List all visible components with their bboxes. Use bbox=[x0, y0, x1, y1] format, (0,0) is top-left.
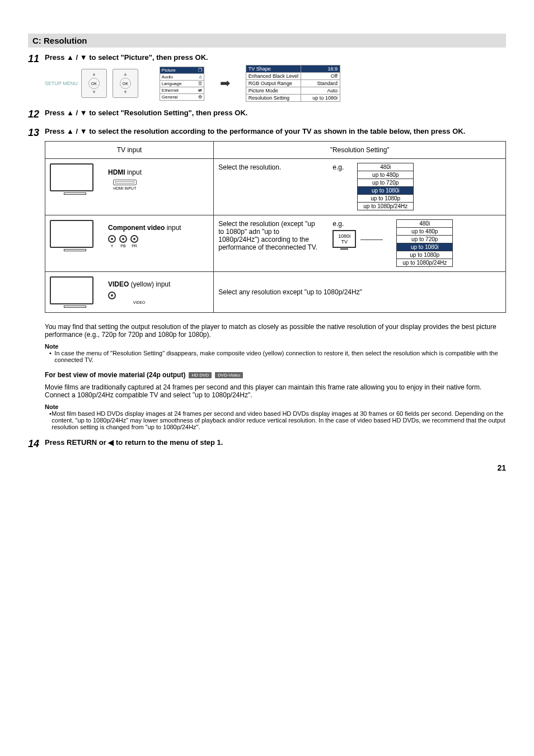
menu-item: General⚙ bbox=[160, 93, 204, 101]
step-13: 13 Press ▲ / ▼ to select the resolution … bbox=[28, 127, 506, 430]
step-title: Press ▲ / ▼ to select "Picture", then pr… bbox=[45, 53, 506, 62]
resolution-options: 480iup to 480pup to 720pup to 1080iup to… bbox=[357, 163, 414, 210]
menu-item: Picture❐ bbox=[160, 67, 204, 73]
resolution-option: 480i bbox=[357, 163, 414, 171]
video-port-icon bbox=[108, 292, 170, 299]
resolution-option: up to 480p bbox=[396, 227, 453, 236]
step-number: 13 bbox=[28, 127, 45, 430]
arrow-right-icon: ➡ bbox=[220, 76, 230, 91]
resolution-description: Select any resolution except "up to 1080… bbox=[218, 288, 501, 296]
step-number: 12 bbox=[28, 109, 45, 120]
text: to select "Picture", then press OK. bbox=[87, 53, 208, 62]
setup-menu-label: SETUP MENU bbox=[45, 81, 78, 86]
tv-icon bbox=[50, 163, 100, 195]
down-icon: ▼ bbox=[92, 90, 96, 95]
settings-row: TV Shape16:9 bbox=[246, 65, 340, 73]
up-icon: ▲ bbox=[123, 72, 128, 77]
resolution-option: up to 480p bbox=[357, 171, 414, 179]
port-labels: YPBPR bbox=[108, 244, 181, 248]
resolution-table: TV input "Resolution Setting" HDMI input bbox=[45, 141, 506, 313]
note-body: •Most film based HD DVDs display images … bbox=[49, 410, 506, 430]
menu-item: Ethernet⇄ bbox=[160, 87, 204, 93]
text: / bbox=[74, 53, 80, 62]
text: / bbox=[74, 127, 80, 135]
tv-icon bbox=[50, 276, 100, 308]
step-11: 11 Press ▲ / ▼ to select "Picture", then… bbox=[28, 53, 506, 102]
note-heading: Note bbox=[45, 343, 506, 350]
down-icon: ▼ bbox=[80, 53, 87, 62]
port-caption: HDMI INPUT bbox=[108, 186, 142, 190]
step-number: 14 bbox=[28, 438, 45, 450]
subheading: For best view of movie material (24p out… bbox=[45, 371, 506, 379]
settings-row: Enhanced Black LevelOff bbox=[246, 73, 340, 80]
up-icon: ▲ bbox=[67, 53, 74, 62]
ok-button-graphic: OK bbox=[88, 78, 100, 89]
input-label: VIDEO (yellow) input bbox=[108, 280, 170, 288]
resolution-option: 480i bbox=[396, 219, 453, 228]
resolution-option: up to 1080p bbox=[396, 251, 453, 259]
text: Press bbox=[45, 127, 67, 135]
step-title: Press RETURN or ◀ to return to the menu … bbox=[45, 438, 506, 447]
remote-dpad: ▲ OK ▼ bbox=[81, 69, 107, 98]
text: to select the resolution according to th… bbox=[87, 127, 466, 135]
picture-settings-table: TV Shape16:9Enhanced Black LevelOffRGB O… bbox=[246, 65, 340, 102]
text: Press bbox=[45, 109, 67, 117]
resolution-description: Select the resolution (except "up to 108… bbox=[218, 220, 319, 251]
eg-label: e.g. bbox=[332, 220, 383, 228]
resolution-option: up to 720p bbox=[396, 235, 453, 243]
text: / bbox=[74, 109, 80, 117]
note-heading: Note bbox=[45, 403, 506, 410]
page-number: 21 bbox=[28, 463, 506, 472]
component-ports-icon bbox=[108, 235, 181, 243]
up-icon: ▲ bbox=[92, 72, 96, 77]
table-row-component: Component video input YPBPR Select the r… bbox=[45, 215, 506, 272]
resolution-description: Select the resolution. bbox=[218, 163, 319, 171]
input-label: Component video input bbox=[108, 224, 181, 232]
table-row-video: VIDEO (yellow) input VIDEO Select any re… bbox=[45, 272, 506, 313]
down-icon: ▼ bbox=[80, 127, 87, 135]
fine-print: You may find that setting the output res… bbox=[45, 323, 506, 339]
down-icon: ▼ bbox=[80, 109, 87, 117]
paragraph: Movie films are traditionally captured a… bbox=[45, 383, 506, 399]
hddvd-badge: HD DVD bbox=[189, 372, 212, 378]
dvdvideo-badge: DVD-Video bbox=[215, 372, 243, 378]
step-14: 14 Press RETURN or ◀ to return to the me… bbox=[28, 438, 506, 450]
settings-row: Picture ModeAuto bbox=[246, 87, 340, 95]
settings-row: RGB Output RangeStandard bbox=[246, 80, 340, 87]
text: Press bbox=[45, 53, 67, 62]
step-title: Press ▲ / ▼ to select the resolution acc… bbox=[45, 127, 506, 135]
text: Press RETURN or bbox=[45, 438, 108, 447]
up-icon: ▲ bbox=[67, 109, 74, 117]
setup-menu-list: Picture❐Audio♫Language☰Ethernet⇄General⚙ bbox=[160, 67, 204, 101]
resolution-option: up to 1080p/24Hz bbox=[357, 202, 414, 210]
settings-row: Resolution Settingup to 1080i bbox=[246, 95, 340, 102]
menu-graphic: SETUP MENU ▲ OK ▼ ▲ OK ▼ Picture❐Audio♫L… bbox=[45, 65, 340, 102]
text: to select "Resolution Setting", then pre… bbox=[87, 109, 248, 117]
ok-button-graphic: OK bbox=[120, 78, 131, 89]
down-icon: ▼ bbox=[123, 90, 128, 95]
up-icon: ▲ bbox=[67, 127, 74, 135]
step-number: 11 bbox=[28, 53, 45, 102]
step-title: Press ▲ / ▼ to select "Resolution Settin… bbox=[45, 109, 506, 117]
menu-item: Audio♫ bbox=[160, 73, 204, 80]
left-icon: ◀ bbox=[108, 438, 114, 447]
tv-small-icon: 1080i TV bbox=[332, 230, 356, 250]
tv-icon bbox=[50, 220, 100, 251]
eg-label: e.g. bbox=[332, 163, 344, 171]
input-label: HDMI input bbox=[108, 168, 142, 176]
step-12: 12 Press ▲ / ▼ to select "Resolution Set… bbox=[28, 109, 506, 120]
menu-item: Language☰ bbox=[160, 80, 204, 87]
resolution-option: up to 1080p/24Hz bbox=[396, 259, 453, 267]
cable-line-icon bbox=[360, 240, 383, 240]
hdmi-port-icon bbox=[113, 180, 137, 185]
table-header: TV input bbox=[45, 142, 214, 159]
resolution-option: up to 720p bbox=[357, 179, 414, 187]
resolution-options: 480iup to 480pup to 720pup to 1080iup to… bbox=[396, 220, 453, 267]
text: to return to the menu of step 1. bbox=[114, 438, 223, 447]
remote-dpad: ▲ OK ▼ bbox=[113, 69, 138, 98]
resolution-option: up to 1080i bbox=[357, 186, 414, 195]
table-header: "Resolution Setting" bbox=[214, 142, 506, 159]
port-caption: VIDEO bbox=[108, 300, 170, 304]
note-body: •In case the menu of "Resolution Setting… bbox=[49, 350, 506, 363]
table-row-hdmi: HDMI input HDMI INPUT Select the resolut… bbox=[45, 159, 506, 215]
